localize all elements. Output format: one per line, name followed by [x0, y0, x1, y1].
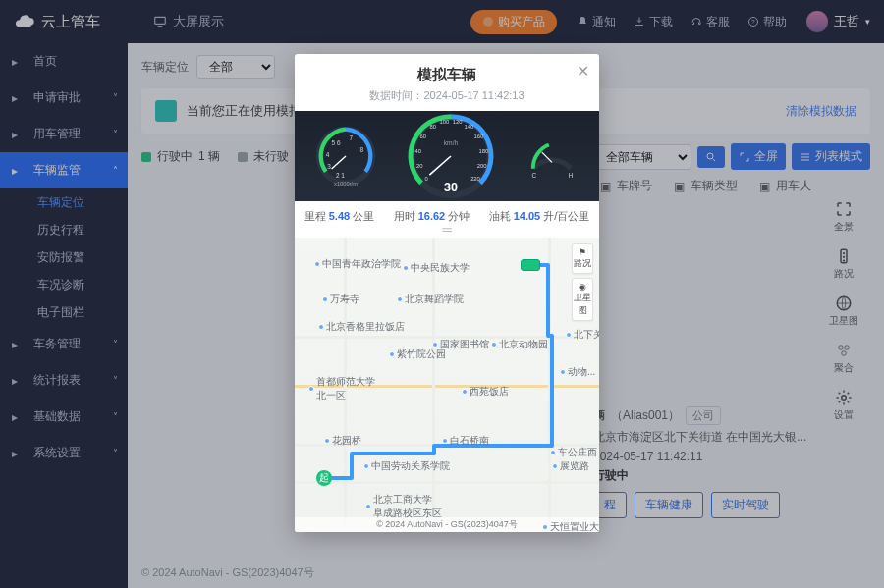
speed-gauge: 02040 6080100 120140160 180200220 km/h 3… [402, 111, 500, 201]
poi-label: 中国青年政治学院 [314, 257, 401, 271]
svg-text:120: 120 [453, 119, 463, 125]
svg-text:2 1: 2 1 [336, 172, 345, 179]
mm-satellite[interactable]: ◉卫星图 [572, 278, 593, 321]
rpm-gauge: 5 6 7 4 8 3 2 1 x1000r/m [310, 121, 381, 191]
poi-label: 白石桥南 [442, 434, 489, 448]
svg-text:3: 3 [328, 163, 332, 170]
svg-line-21 [332, 156, 346, 169]
svg-text:160: 160 [473, 134, 483, 140]
svg-text:140: 140 [464, 125, 473, 131]
svg-text:5 6: 5 6 [332, 139, 341, 146]
poi-label: 展览路 [552, 459, 589, 473]
dashboard-panel: 5 6 7 4 8 3 2 1 x1000r/m 02040 6080100 1… [295, 111, 599, 201]
poi-label: 北京工商大学阜成路校区东区 [365, 493, 442, 520]
svg-text:8: 8 [360, 146, 364, 153]
svg-text:0: 0 [424, 176, 428, 182]
svg-text:km/h: km/h [444, 139, 459, 146]
poi-label: 北京动物园 [491, 338, 548, 351]
svg-text:x1000r/m: x1000r/m [334, 181, 358, 187]
mm-traffic[interactable]: ⚑路况 [572, 243, 593, 274]
svg-text:80: 80 [429, 125, 436, 131]
svg-text:180: 180 [478, 149, 488, 155]
poi-label: 天恒置业大... [542, 520, 599, 532]
svg-text:60: 60 [419, 134, 426, 140]
poi-label: 北京香格里拉饭店 [318, 320, 405, 334]
modal-map[interactable]: 起 ⚑路况 ◉卫星图 © 2024 AutoNavi - GS(2023)404… [295, 238, 599, 532]
poi-label: 北下关 [566, 328, 599, 342]
svg-text:20: 20 [416, 164, 423, 170]
svg-line-37 [429, 156, 451, 175]
svg-text:100: 100 [439, 119, 449, 125]
svg-text:220: 220 [470, 176, 480, 182]
temp-gauge: C H [521, 125, 583, 187]
poi-label: 中国劳动关系学院 [363, 459, 450, 473]
poi-label: 西苑饭店 [462, 385, 509, 399]
poi-label: 车公庄西 [550, 446, 597, 459]
svg-text:4: 4 [326, 151, 330, 158]
poi-label: 中央民族大学 [403, 261, 470, 275]
svg-text:7: 7 [350, 134, 354, 141]
svg-text:C: C [531, 172, 536, 179]
poi-label: 动物... [560, 365, 595, 379]
svg-text:200: 200 [477, 164, 487, 170]
poi-label: 万寿寺 [322, 293, 359, 306]
close-icon[interactable]: ✕ [577, 62, 589, 80]
poi-label: 紫竹院公园 [389, 347, 446, 361]
vehicle-marker [521, 259, 540, 271]
simulate-vehicle-modal: 模拟车辆 数据时间：2024-05-17 11:42:13 ✕ 5 6 7 4 … [295, 54, 599, 532]
modal-subtitle: 数据时间：2024-05-17 11:42:13 [295, 88, 599, 103]
drag-handle[interactable]: ═ [295, 226, 599, 238]
modal-title: 模拟车辆 [295, 66, 599, 84]
svg-text:H: H [568, 172, 573, 179]
poi-label: 花园桥 [324, 434, 361, 448]
poi-label: 北京舞蹈学院 [397, 293, 464, 306]
poi-label: 首都师范大学北一区 [308, 375, 375, 402]
svg-text:40: 40 [414, 149, 421, 155]
start-marker: 起 [316, 470, 332, 486]
modal-map-tools: ⚑路况 ◉卫星图 [572, 243, 593, 321]
svg-text:30: 30 [444, 181, 458, 194]
